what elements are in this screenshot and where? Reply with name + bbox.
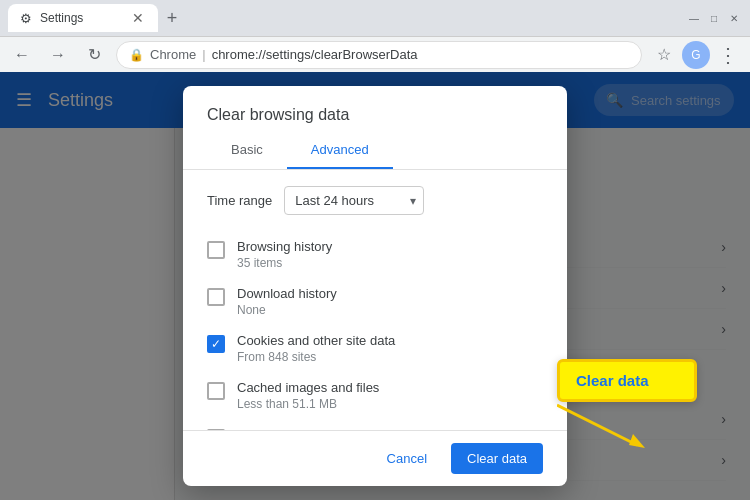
download-history-item: Download history None [207, 278, 543, 325]
cookies-label: Cookies and other site data [237, 333, 395, 348]
window-controls: — □ ✕ [686, 10, 742, 26]
forward-button[interactable]: → [44, 41, 72, 69]
dialog-footer: Cancel Clear data [183, 430, 567, 486]
url-bar[interactable]: 🔒 Chrome | chrome://settings/clearBrowse… [116, 41, 642, 69]
time-range-select-wrapper: Last 24 hours Last hour Last 7 days Last… [284, 186, 424, 215]
tab-advanced[interactable]: Advanced [287, 132, 393, 169]
tab-close-button[interactable]: ✕ [130, 10, 146, 26]
download-history-label: Download history [237, 286, 337, 301]
download-history-label-group: Download history None [237, 286, 337, 317]
address-bar: ← → ↻ 🔒 Chrome | chrome://settings/clear… [0, 36, 750, 72]
download-history-checkbox[interactable] [207, 288, 225, 306]
browser-frame: ⚙ Settings ✕ + — □ ✕ ← → ↻ 🔒 Chrome | ch… [0, 0, 750, 500]
annotation-container: Clear data [557, 359, 697, 450]
cookies-sub: From 848 sites [237, 350, 395, 364]
callout-arrow [557, 400, 697, 450]
refresh-button[interactable]: ↻ [80, 41, 108, 69]
dialog-wrapper: Clear browsing data Basic Advanced Time … [183, 86, 567, 486]
browsing-history-label-group: Browsing history 35 items [237, 239, 332, 270]
browsing-history-checkbox[interactable] [207, 241, 225, 259]
tab-favicon: ⚙ [20, 11, 32, 26]
modal-overlay: Clear browsing data Basic Advanced Time … [0, 72, 750, 500]
tab-bar: ⚙ Settings ✕ + [8, 4, 678, 32]
download-history-sub: None [237, 303, 337, 317]
dialog-tabs: Basic Advanced [183, 132, 567, 170]
cached-images-sub: Less than 51.1 MB [237, 397, 379, 411]
title-bar: ⚙ Settings ✕ + — □ ✕ [0, 0, 750, 36]
cached-images-label-group: Cached images and files Less than 51.1 M… [237, 380, 379, 411]
back-button[interactable]: ← [8, 41, 36, 69]
profile-avatar[interactable]: G [682, 41, 710, 69]
browsing-history-item: Browsing history 35 items [207, 231, 543, 278]
star-button[interactable]: ☆ [650, 41, 678, 69]
clear-data-button[interactable]: Clear data [451, 443, 543, 474]
passwords-item: Passwords and other sign-in data 2 passw… [207, 419, 543, 430]
time-range-row: Time range Last 24 hours Last hour Last … [207, 186, 543, 215]
content-area: ☰ Settings 🔍 Search settings People Get … [0, 72, 750, 500]
menu-button[interactable]: ⋮ [714, 41, 742, 69]
minimize-button[interactable]: — [686, 10, 702, 26]
cookies-item: Cookies and other site data From 848 sit… [207, 325, 543, 372]
cached-images-item: Cached images and files Less than 51.1 M… [207, 372, 543, 419]
cancel-button[interactable]: Cancel [371, 443, 443, 474]
new-tab-button[interactable]: + [158, 4, 186, 32]
cookies-checkbox[interactable] [207, 335, 225, 353]
dialog-body: Time range Last 24 hours Last hour Last … [183, 170, 567, 430]
cookies-label-group: Cookies and other site data From 848 sit… [237, 333, 395, 364]
passwords-label: Passwords and other sign-in data [237, 427, 430, 430]
url-site: Chrome [150, 47, 196, 62]
active-tab[interactable]: ⚙ Settings ✕ [8, 4, 158, 32]
svg-marker-1 [629, 434, 645, 448]
cached-images-checkbox[interactable] [207, 382, 225, 400]
callout-label: Clear data [557, 359, 697, 402]
passwords-label-group: Passwords and other sign-in data 2 passw… [237, 427, 430, 430]
passwords-checkbox[interactable] [207, 429, 225, 430]
url-separator: | [202, 47, 205, 62]
tab-basic[interactable]: Basic [207, 132, 287, 169]
tab-title: Settings [40, 11, 83, 25]
cached-images-label: Cached images and files [237, 380, 379, 395]
lock-icon: 🔒 [129, 48, 144, 62]
browsing-history-sub: 35 items [237, 256, 332, 270]
url-path: chrome://settings/clearBrowserData [212, 47, 418, 62]
browsing-history-label: Browsing history [237, 239, 332, 254]
close-button[interactable]: ✕ [726, 10, 742, 26]
time-range-label: Time range [207, 193, 272, 208]
svg-line-0 [557, 405, 637, 445]
dialog-title: Clear browsing data [183, 86, 567, 132]
maximize-button[interactable]: □ [706, 10, 722, 26]
browser-actions: ☆ G ⋮ [650, 41, 742, 69]
time-range-select[interactable]: Last 24 hours Last hour Last 7 days Last… [284, 186, 424, 215]
clear-browsing-data-dialog: Clear browsing data Basic Advanced Time … [183, 86, 567, 486]
